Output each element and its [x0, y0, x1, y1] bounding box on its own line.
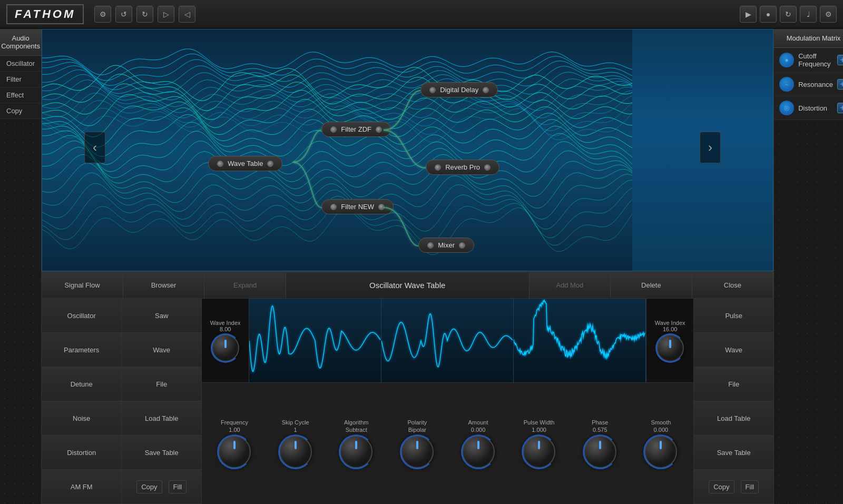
saw-btn[interactable]: Saw [122, 299, 201, 333]
mod-wave-icon: ～ [784, 81, 790, 88]
wave-index-left-label: Wave Index8.00 [210, 320, 241, 332]
phase-knob-cell: Phase0.575 [570, 419, 631, 469]
comp-copy[interactable]: Copy [0, 103, 41, 119]
add-mod-btn[interactable]: Add Mod [530, 272, 611, 298]
expand-btn[interactable]: Expand [204, 272, 286, 298]
pulse-width-knob[interactable] [523, 436, 555, 468]
amount-knob-cell: Amount0.000 [448, 419, 509, 469]
wave-index-right-knob[interactable] [656, 334, 684, 362]
signal-flow-btn[interactable]: Signal Flow [42, 272, 123, 298]
mod-label-resonance: Resonance [798, 81, 833, 88]
wave-index-left-knob[interactable] [212, 334, 239, 362]
app-logo: FATHOM [6, 4, 84, 24]
am-fm-btn[interactable]: AM FM [42, 470, 121, 504]
main-layout: Audio Components Oscillator Filter Effec… [0, 29, 843, 504]
frequency-knob[interactable] [218, 436, 251, 468]
mod-label-cutoff: Cutoff Frequency [798, 52, 833, 68]
left-controls: Oscillator Parameters Detune Noise Disto… [42, 299, 122, 504]
comp-filter[interactable]: Filter [0, 72, 41, 87]
node-mixer[interactable]: Mixer [418, 238, 474, 253]
load-table-btn[interactable]: Load Table [122, 401, 201, 436]
save-table-btn-right[interactable]: Save Table [694, 436, 773, 470]
options-icon[interactable]: ⚙ [820, 6, 837, 23]
smooth-knob[interactable] [644, 436, 677, 468]
frequency-knob-cell: Frequency1.00 [204, 419, 265, 469]
node-label: Filter NEW [341, 203, 374, 211]
play-icon[interactable]: ▶ [740, 6, 757, 23]
undo-icon[interactable]: ↺ [115, 6, 132, 23]
save-table-btn[interactable]: Save Table [122, 436, 201, 470]
node-reverb-pro[interactable]: Reverb Pro [426, 160, 499, 175]
load-table-btn-right[interactable]: Load Table [694, 401, 773, 436]
wave-index-right-label: Wave Index16.00 [655, 320, 685, 332]
loop-icon[interactable]: ↻ [780, 6, 797, 23]
mod-add-distortion[interactable]: + [837, 103, 843, 113]
close-btn[interactable]: Close [692, 272, 774, 298]
node-output-dot [459, 242, 465, 249]
mod-circle-icon: ● [785, 56, 789, 64]
nav-left-arrow[interactable]: ‹ [84, 132, 105, 163]
oscillator-btn[interactable]: Oscillator [42, 299, 121, 333]
smooth-knob-cell: Smooth0.000 [631, 419, 692, 469]
delete-btn[interactable]: Delete [611, 272, 692, 298]
signal-visualization: Wave Table Filter ZDF Digital Delay Reve… [42, 29, 773, 271]
fill-btn-right[interactable]: Fill [741, 480, 759, 493]
right-controls: Pulse Wave File Load Table Save Table Co… [693, 299, 773, 504]
polarity-knob[interactable] [401, 436, 434, 468]
file-btn[interactable]: File [122, 367, 201, 401]
wave-displays: Wave Index8.00 [202, 299, 693, 383]
node-filter-new[interactable]: Filter NEW [321, 199, 394, 214]
algorithm-knob[interactable] [340, 436, 373, 468]
mod-circle-cutoff: ● [779, 53, 794, 67]
record-icon[interactable]: ● [760, 6, 777, 23]
save-icon[interactable]: ▷ [158, 6, 174, 23]
copy-btn-right[interactable]: Copy [709, 480, 734, 493]
node-input-dot [330, 204, 337, 210]
metronome-icon[interactable]: ♩ [800, 6, 817, 23]
comp-effect[interactable]: Effect [0, 87, 41, 103]
phase-knob[interactable] [584, 436, 616, 468]
comp-oscillator[interactable]: Oscillator [0, 56, 41, 72]
skip-cycle-knob-cell: Skip Cycle1 [265, 419, 326, 469]
modulation-matrix-title: Modulation Matrix [774, 29, 843, 48]
wave-btn-right[interactable]: Wave [694, 333, 773, 367]
mod-row-distortion: ◎ Distortion + [774, 96, 843, 120]
node-label: Mixer [438, 241, 455, 249]
wave-index-left: Wave Index8.00 [202, 299, 249, 382]
node-output-dot [378, 204, 385, 210]
node-wave-table[interactable]: Wave Table [208, 156, 282, 171]
mod-add-resonance[interactable]: + [837, 79, 843, 90]
bottom-panel: Signal Flow Browser Expand Oscillator Wa… [42, 271, 773, 504]
node-digital-delay[interactable]: Digital Delay [420, 82, 498, 97]
mod-label-distortion: Distortion [798, 104, 833, 112]
browser-btn[interactable]: Browser [123, 272, 205, 298]
parameters-btn[interactable]: Parameters [42, 333, 121, 367]
mod-add-cutoff[interactable]: + [837, 55, 843, 65]
node-label: Reverb Pro [445, 163, 480, 171]
pulse-width-label: Pulse Width1.000 [524, 419, 555, 434]
skip-cycle-label: Skip Cycle1 [282, 419, 309, 434]
algorithm-knob-cell: AlgorithmSubtract [326, 419, 387, 469]
redo-icon[interactable]: ↻ [136, 6, 153, 23]
amount-knob[interactable] [462, 436, 495, 468]
browser-column: Saw Wave File Load Table Save Table Copy… [122, 299, 202, 504]
oscillator-wave-table-title: Oscillator Wave Table [286, 272, 530, 298]
pulse-btn-right[interactable]: Pulse [694, 299, 773, 333]
detune-btn[interactable]: Detune [42, 367, 121, 401]
fill-btn[interactable]: Fill [169, 480, 187, 493]
copy-btn[interactable]: Copy [136, 480, 162, 493]
right-hex-bg [774, 120, 843, 504]
distortion-btn[interactable]: Distortion [42, 436, 121, 470]
noise-btn[interactable]: Noise [42, 401, 121, 436]
node-filter-zdf[interactable]: Filter ZDF [321, 122, 391, 137]
left-hex-bg [0, 119, 41, 504]
file-btn-right[interactable]: File [694, 367, 773, 401]
phase-label: Phase0.575 [592, 419, 608, 434]
skip-cycle-knob[interactable] [279, 436, 312, 468]
wave-btn[interactable]: Wave [122, 333, 201, 367]
mod-circle-resonance: ～ [779, 77, 794, 92]
nav-right-arrow[interactable]: › [700, 132, 721, 163]
export-icon[interactable]: ◁ [179, 6, 195, 23]
node-input-dot [429, 87, 436, 93]
settings-icon[interactable]: ⚙ [94, 6, 111, 23]
